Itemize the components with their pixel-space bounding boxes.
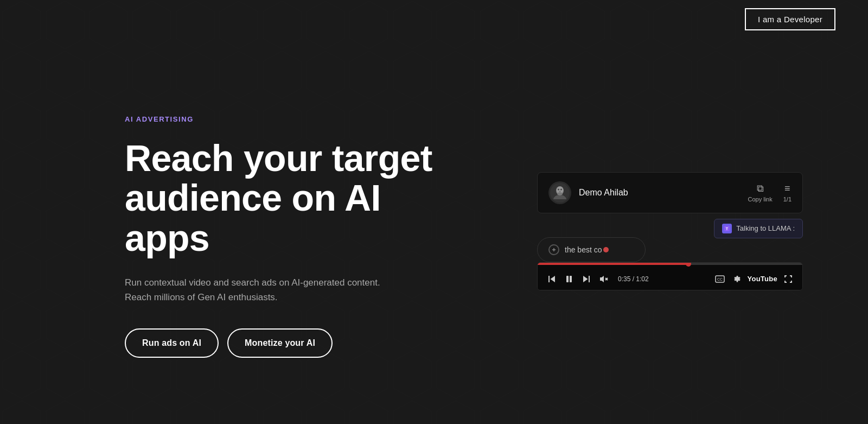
skip-forward-button[interactable] xyxy=(581,274,592,284)
captions-button[interactable]: CC xyxy=(714,274,726,284)
middle-area: T Talking to LLAMA : the best co xyxy=(537,213,803,262)
svg-point-6 xyxy=(558,188,559,190)
monetize-button[interactable]: Monetize your AI xyxy=(227,328,333,358)
fullscreen-icon xyxy=(784,275,793,283)
svg-text:T: T xyxy=(726,227,729,231)
plus-icon xyxy=(551,247,557,252)
video-player: 0:35 / 1:02 CC xyxy=(537,262,803,290)
search-cursor xyxy=(603,247,609,252)
demo-container: Demo Ahilab ⧉ Copy link ≡ 1/1 xyxy=(537,172,803,290)
progress-dot xyxy=(686,262,691,267)
video-controls: 0:35 / 1:02 CC xyxy=(538,268,802,290)
hero-description: Run contextual video and search ads on A… xyxy=(125,275,407,305)
skip-forward-icon xyxy=(582,275,591,283)
youtube-badge: YouTube xyxy=(748,275,778,283)
skip-back-icon xyxy=(547,275,556,283)
svg-rect-13 xyxy=(570,276,572,282)
svg-point-7 xyxy=(560,188,562,190)
section-label: AI ADVERTISING xyxy=(125,115,461,123)
right-panel: Demo Ahilab ⧉ Copy link ≡ 1/1 xyxy=(461,172,868,290)
left-panel: AI ADVERTISING Reach your target audienc… xyxy=(125,104,461,358)
hero-title: Reach your target audience on AI apps xyxy=(125,138,461,258)
list-icon: ≡ xyxy=(784,183,790,194)
captions-icon: CC xyxy=(715,275,725,283)
talking-badge-text: Talking to LLAMA : xyxy=(736,224,795,232)
search-bar[interactable]: the best co xyxy=(537,237,646,262)
settings-icon xyxy=(732,275,741,283)
copy-label: Copy link xyxy=(748,196,772,202)
header: I am a Developer xyxy=(0,0,868,38)
talking-badge-icon: T xyxy=(722,224,732,233)
settings-button[interactable] xyxy=(731,274,742,284)
chat-name: Demo Ahilab xyxy=(579,188,740,198)
talking-badge: T Talking to LLAMA : xyxy=(714,219,803,238)
search-text: the best co xyxy=(565,245,609,254)
counter-value: 1/1 xyxy=(783,196,792,202)
fullscreen-button[interactable] xyxy=(783,274,794,284)
progress-bar[interactable] xyxy=(538,263,802,265)
search-circle-icon xyxy=(548,244,559,255)
chat-card: Demo Ahilab ⧉ Copy link ≡ 1/1 xyxy=(537,172,803,213)
run-ads-button[interactable]: Run ads on AI xyxy=(125,328,219,358)
main-content: AI ADVERTISING Reach your target audienc… xyxy=(0,38,868,424)
cta-buttons: Run ads on AI Monetize your AI xyxy=(125,328,461,358)
progress-fill xyxy=(538,263,688,265)
svg-point-5 xyxy=(557,192,563,195)
mute-icon xyxy=(599,275,608,283)
pause-button[interactable] xyxy=(564,274,575,284)
counter-group: ≡ 1/1 xyxy=(783,183,792,202)
svg-rect-12 xyxy=(566,276,569,282)
chat-actions: ⧉ Copy link ≡ 1/1 xyxy=(748,183,792,202)
avatar xyxy=(548,181,571,204)
developer-button[interactable]: I am a Developer xyxy=(745,8,835,30)
copy-icon: ⧉ xyxy=(757,183,764,194)
skip-back-button[interactable] xyxy=(546,274,557,284)
badge-svg-icon: T xyxy=(724,225,730,232)
time-display: 0:35 / 1:02 xyxy=(618,275,649,283)
svg-text:CC: CC xyxy=(717,277,722,281)
mute-button[interactable] xyxy=(598,274,609,284)
avatar-icon xyxy=(550,183,570,202)
copy-link-group[interactable]: ⧉ Copy link xyxy=(748,183,772,202)
controls-right: CC YouTube xyxy=(714,274,794,284)
pause-icon xyxy=(565,275,573,283)
